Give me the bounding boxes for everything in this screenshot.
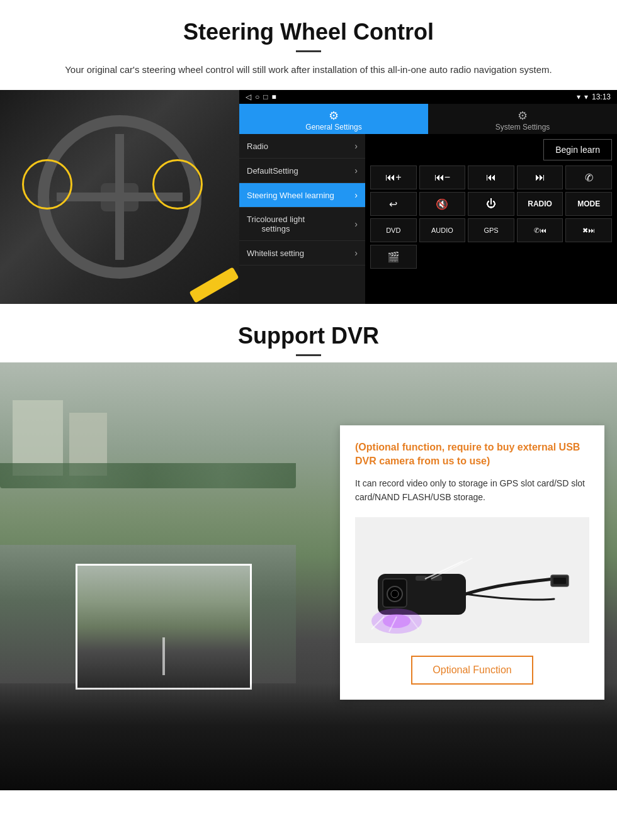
menu-item-radio[interactable]: Radio › <box>239 134 365 159</box>
ctrl-mute[interactable]: 🔇 <box>419 192 466 216</box>
dvr-photo-area: (Optional function, require to buy exter… <box>0 362 617 790</box>
ctrl-hang-up[interactable]: ↩ <box>370 192 417 216</box>
tab-general-settings[interactable]: ⚙ General Settings <box>239 104 428 134</box>
ctrl-radio[interactable]: RADIO <box>517 192 563 216</box>
road-center-line <box>162 637 165 675</box>
title-divider <box>296 50 321 52</box>
page-title: Steering Wheel Control <box>25 19 592 45</box>
begin-learn-row: Begin learn <box>370 139 612 160</box>
dvr-thumbnail <box>76 564 252 690</box>
ctrl-x-fwd[interactable]: ✖⏭ <box>565 218 612 242</box>
dvr-info-title: (Optional function, require to buy exter… <box>355 440 589 469</box>
chevron-icon: › <box>354 141 358 151</box>
system-settings-icon: ⚙ <box>431 109 614 123</box>
android-statusbar: ◁ ○ □ ■ ▾ ▾ 13:13 <box>239 90 617 104</box>
chevron-icon: › <box>354 165 358 176</box>
menu-defaultsetting-label: DefaultSetting <box>247 166 298 176</box>
android-right-panel: Begin learn ⏮+ ⏮− ⏮ ⏭ ✆ ↩ 🔇 ⏻ RADIO MODE <box>365 134 617 304</box>
menu-item-tricoloured[interactable]: Tricoloured lightsettings › <box>239 208 365 241</box>
ctrl-skip-fwd[interactable]: ⏭ <box>517 165 563 189</box>
dvr-info-card: (Optional function, require to buy exter… <box>340 425 604 700</box>
android-tabs: ⚙ General Settings ⚙ System Settings <box>239 104 617 134</box>
ctrl-skip-back[interactable]: ⏮ <box>468 165 514 189</box>
steering-wheel-photo <box>0 90 239 304</box>
dvr-title-divider <box>296 354 321 356</box>
menu-steering-label: Steering Wheel learning <box>247 191 334 200</box>
nav-recent-icon: □ <box>263 92 268 101</box>
highlight-circle-right <box>152 159 203 210</box>
ctrl-phone-prev[interactable]: ✆⏮ <box>517 218 563 242</box>
camera-svg <box>365 524 579 637</box>
steering-wheel-section: Steering Wheel Control Your original car… <box>0 0 617 77</box>
chevron-icon: › <box>354 248 358 258</box>
wifi-icon: ▾ <box>584 92 588 101</box>
section-subtitle: Your original car's steering wheel contr… <box>50 62 567 77</box>
android-ui-panel: ◁ ○ □ ■ ▾ ▾ 13:13 ⚙ General Settings ⚙ S… <box>239 90 617 304</box>
ctrl-vol-prev-minus[interactable]: ⏮− <box>419 165 466 189</box>
spoke-vertical <box>115 134 124 260</box>
highlight-circle-left <box>22 159 72 210</box>
dvr-section-header: Support DVR <box>0 304 617 362</box>
chevron-icon: › <box>354 190 358 200</box>
android-content: Radio › DefaultSetting › Steering Wheel … <box>239 134 617 304</box>
menu-item-defaultsetting[interactable]: DefaultSetting › <box>239 159 365 183</box>
ctrl-power[interactable]: ⏻ <box>468 192 514 216</box>
ctrl-vol-prev-plus[interactable]: ⏮+ <box>370 165 417 189</box>
menu-item-whitelist[interactable]: Whitelist setting › <box>239 241 365 266</box>
dvr-section: Support DVR (Optional function, require … <box>0 304 617 790</box>
android-menu: Radio › DefaultSetting › Steering Wheel … <box>239 134 365 304</box>
tab-general-label: General Settings <box>305 123 361 132</box>
svg-rect-7 <box>553 578 566 584</box>
menu-whitelist-label: Whitelist setting <box>247 249 304 258</box>
menu-radio-label: Radio <box>247 142 268 151</box>
status-time: 13:13 <box>592 92 611 101</box>
dvr-info-body: It can record video only to storage in G… <box>355 476 589 505</box>
menu-tricoloured-label: Tricoloured lightsettings <box>247 215 305 233</box>
tab-system-settings[interactable]: ⚙ System Settings <box>428 104 617 134</box>
nav-menu-icon: ■ <box>272 92 276 101</box>
ctrl-phone-pick[interactable]: ✆ <box>565 165 612 189</box>
ctrl-media[interactable]: 🎬 <box>370 245 417 269</box>
optional-function-button[interactable]: Optional Function <box>411 656 533 685</box>
dvr-title: Support DVR <box>25 323 592 349</box>
ctrl-mode[interactable]: MODE <box>565 192 612 216</box>
ctrl-gps[interactable]: GPS <box>468 218 514 242</box>
ctrl-audio[interactable]: AUDIO <box>419 218 466 242</box>
pointer-arrow <box>189 267 239 303</box>
tree-row <box>0 463 296 488</box>
svg-point-9 <box>383 614 410 628</box>
svg-point-3 <box>391 590 399 598</box>
begin-learn-button[interactable]: Begin learn <box>543 139 612 160</box>
thumb-road-scene <box>77 566 250 688</box>
tab-system-label: System Settings <box>495 123 550 132</box>
ctrl-dvd[interactable]: DVD <box>370 218 417 242</box>
general-settings-icon: ⚙ <box>242 109 426 123</box>
control-buttons-grid: ⏮+ ⏮− ⏮ ⏭ ✆ ↩ 🔇 ⏻ RADIO MODE DVD AUDIO G… <box>370 165 612 269</box>
signal-icon: ▾ <box>577 92 580 101</box>
dvr-camera-image <box>355 517 589 643</box>
nav-back-icon: ◁ <box>246 92 251 101</box>
menu-item-steering-wheel[interactable]: Steering Wheel learning › <box>239 183 365 208</box>
nav-home-icon: ○ <box>255 92 259 101</box>
steering-demo-container: ◁ ○ □ ■ ▾ ▾ 13:13 ⚙ General Settings ⚙ S… <box>0 90 617 304</box>
chevron-icon: › <box>354 219 358 229</box>
